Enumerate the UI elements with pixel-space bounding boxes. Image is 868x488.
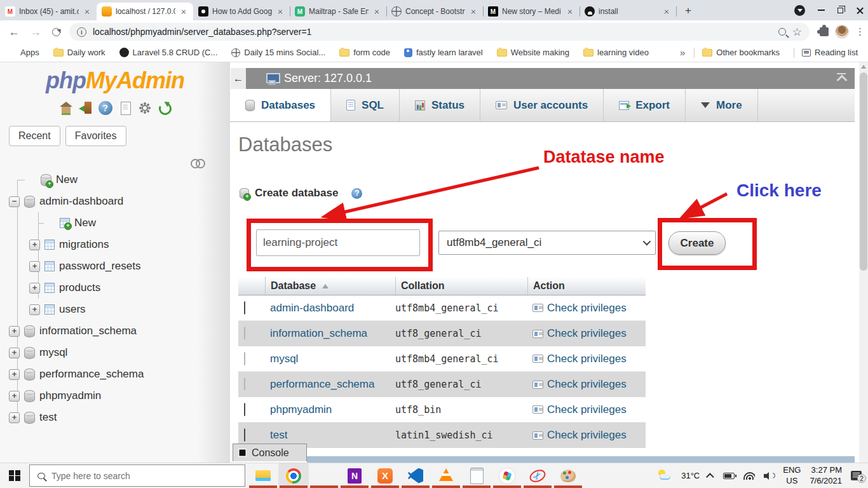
bookmark-item[interactable]: Laravel 5.8 CRUD (C... — [119, 48, 218, 57]
tree-item[interactable]: + users — [0, 299, 230, 320]
window-restore-button[interactable] — [837, 8, 843, 13]
profile-avatar[interactable] — [835, 25, 849, 39]
check-privileges-link[interactable]: Check privileges — [547, 302, 627, 315]
taskbar-app[interactable] — [339, 463, 370, 488]
tree-item-label[interactable]: performance_schema — [39, 368, 144, 381]
database-link[interactable]: admin-dashboard — [265, 302, 354, 314]
help-icon[interactable] — [98, 101, 112, 115]
tree-item-label[interactable]: password_resets — [59, 260, 141, 273]
tree-item-label[interactable]: migrations — [59, 238, 109, 251]
tree-item[interactable]: New — [0, 169, 230, 191]
bookmark-item[interactable]: learning video — [583, 48, 649, 57]
page-scrollbar[interactable] — [859, 62, 868, 463]
extensions-icon[interactable] — [820, 27, 829, 36]
browser-tab[interactable]: M Mailtrap - Safe En — [290, 3, 386, 20]
tree-item[interactable]: + mysql — [0, 342, 230, 363]
taskbar-app[interactable] — [492, 463, 522, 488]
logout-icon[interactable] — [79, 101, 93, 115]
tree-expander[interactable]: + — [9, 326, 20, 337]
tree-expander[interactable]: + — [29, 304, 40, 315]
tree-item-label[interactable]: admin-dashboard — [39, 195, 123, 208]
taskbar-app[interactable] — [553, 463, 583, 488]
tree-item[interactable]: + test — [0, 407, 230, 428]
scroll-up-arrow[interactable] — [861, 65, 866, 69]
tree-item[interactable]: + products — [0, 277, 230, 299]
database-name-input[interactable] — [256, 229, 420, 256]
browser-tab[interactable]: M Inbox (45) - amit.c — [0, 3, 97, 20]
pma-nav-tab[interactable]: Status — [400, 89, 480, 121]
media-controls-icon[interactable] — [794, 5, 805, 16]
battery-icon[interactable] — [723, 473, 735, 479]
back-button[interactable]: ← — [6, 25, 22, 39]
tree-item-label[interactable]: test — [39, 411, 57, 424]
server-label[interactable]: Server: 127.0.0.1 — [284, 72, 372, 85]
database-link[interactable]: information_schema — [265, 327, 367, 339]
language-indicator[interactable]: ENGUS — [783, 465, 801, 486]
reading-list[interactable]: Reading list — [802, 48, 858, 57]
other-bookmarks[interactable]: Other bookmarks — [702, 48, 780, 57]
reload-icon[interactable] — [52, 28, 60, 36]
collation-select[interactable]: utf8mb4_general_ci — [438, 231, 656, 255]
tree-item[interactable]: + phpmyadmin — [0, 385, 230, 407]
tree-expander[interactable]: + — [9, 369, 20, 380]
pma-nav-tab[interactable]: More — [686, 89, 758, 121]
bookmark-item[interactable]: Daily 15 mins Social... — [231, 48, 325, 57]
tab-close-icon[interactable] — [566, 7, 574, 16]
wifi-icon[interactable] — [743, 472, 755, 480]
row-checkbox[interactable] — [244, 301, 245, 315]
row-checkbox[interactable] — [244, 377, 245, 391]
browser-tab[interactable]: localhost / 127.0.0. — [97, 3, 193, 20]
tree-item-label[interactable]: phpmyadmin — [39, 390, 101, 402]
tree-item-label[interactable]: information_schema — [39, 325, 137, 337]
clock[interactable]: 3:27 PM7/6/2021 — [810, 465, 842, 487]
check-privileges-link[interactable]: Check privileges — [547, 353, 627, 365]
tree-item[interactable]: + password_resets — [0, 255, 230, 277]
bookmark-item[interactable]: Apps — [6, 48, 39, 58]
tree-expander[interactable]: − — [9, 196, 20, 207]
taskbar-search[interactable] — [29, 464, 245, 487]
scrollbar-thumb[interactable] — [860, 72, 867, 271]
row-checkbox[interactable] — [244, 327, 245, 340]
taskbar-app[interactable] — [431, 463, 461, 488]
check-privileges-link[interactable]: Check privileges — [547, 403, 627, 416]
home-icon[interactable] — [59, 101, 73, 115]
tree-item-label[interactable]: users — [59, 303, 86, 316]
tree-item[interactable]: − admin-dashboard — [0, 191, 230, 212]
tab-close-icon[interactable] — [276, 7, 285, 16]
tree-expander[interactable]: + — [29, 283, 40, 294]
database-link[interactable]: test — [265, 429, 287, 441]
refresh-icon[interactable] — [158, 101, 172, 115]
tree-expander[interactable]: + — [29, 261, 40, 272]
row-checkbox[interactable] — [244, 352, 245, 365]
taskbar-app[interactable] — [400, 463, 431, 488]
page-info-icon[interactable]: i — [77, 27, 86, 37]
browser-tab[interactable]: install — [580, 3, 676, 20]
collapse-top-icon[interactable] — [836, 73, 847, 82]
check-privileges-link[interactable]: Check privileges — [547, 429, 627, 442]
tray-chevron-icon[interactable] — [706, 473, 714, 481]
database-link[interactable]: performance_schema — [265, 378, 374, 390]
database-link[interactable]: phpmyadmin — [265, 403, 332, 416]
tab-close-icon[interactable] — [662, 7, 671, 16]
row-checkbox[interactable] — [244, 403, 245, 416]
search-input[interactable] — [51, 471, 237, 481]
temperature[interactable]: 31°C — [681, 471, 700, 480]
tree-expander[interactable]: + — [29, 240, 40, 250]
recent-button[interactable]: Recent — [9, 126, 60, 146]
bookmarks-overflow-chevron[interactable]: » — [680, 47, 685, 58]
tree-item[interactable]: New — [0, 212, 230, 234]
tree-item[interactable]: + performance_schema — [0, 363, 230, 385]
phpmyadmin-logo[interactable]: phpMyAdmin — [0, 62, 230, 94]
bookmark-item[interactable]: Daily work — [53, 48, 105, 57]
taskbar-app[interactable] — [248, 463, 278, 488]
url-text[interactable]: localhost/phpmyadmin/server_databases.ph… — [93, 27, 772, 37]
taskbar-app[interactable] — [461, 463, 492, 488]
tree-item-label[interactable]: New — [74, 217, 96, 229]
console-toggle[interactable]: Console — [233, 444, 307, 461]
panel-back-arrow[interactable]: ← — [231, 68, 246, 89]
speaker-icon[interactable] — [764, 472, 774, 480]
notifications-icon[interactable]: 2 — [851, 471, 862, 480]
row-checkbox[interactable] — [244, 428, 245, 442]
tab-close-icon[interactable] — [179, 7, 188, 16]
pma-nav-tab[interactable]: User accounts — [480, 89, 604, 121]
